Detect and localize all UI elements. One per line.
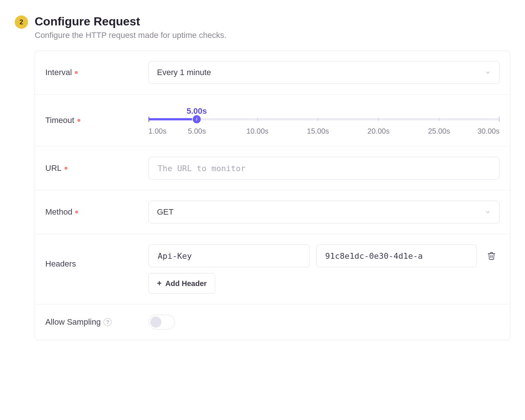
slider-tick-label: 15.00s — [307, 127, 329, 135]
header-name-input[interactable] — [157, 245, 301, 267]
method-select[interactable]: GET — [148, 201, 500, 223]
timeout-label: Timeout — [45, 116, 148, 125]
interval-value: Every 1 minute — [157, 68, 211, 77]
slider-tick-label: 1.00s — [148, 127, 167, 135]
plus-icon: + — [157, 279, 162, 287]
headers-label: Headers — [45, 244, 148, 269]
timeout-row: Timeout 5.00s 1.00s5.00s10.00s15.00s20.0… — [35, 95, 510, 147]
timeout-label-text: Timeout — [45, 116, 74, 125]
required-indicator-icon — [75, 211, 78, 213]
configure-request-panel: Interval Every 1 minute Timeout 5. — [35, 50, 510, 340]
required-indicator-icon — [75, 71, 78, 74]
slider-tick-icon — [439, 118, 440, 121]
slider-tick-icon — [196, 118, 197, 121]
slider-tick-labels: 1.00s5.00s10.00s15.00s20.00s25.00s30.00s — [148, 127, 500, 136]
slider-fill — [148, 118, 197, 120]
slider-tick-label: 10.00s — [246, 127, 269, 135]
step-header: 2 Configure Request Configure the HTTP r… — [15, 15, 510, 40]
allow-sampling-row: Allow Sampling ? — [35, 304, 510, 340]
url-label-text: URL — [45, 163, 62, 173]
allow-sampling-toggle[interactable] — [148, 315, 175, 329]
slider-track[interactable] — [148, 118, 500, 120]
slider-tick-label: 20.00s — [367, 127, 389, 135]
help-icon[interactable]: ? — [104, 318, 112, 326]
required-indicator-icon — [77, 119, 80, 122]
step-number-badge: 2 — [15, 15, 28, 29]
slider-tick-label: 30.00s — [477, 127, 500, 135]
method-row: Method GET — [35, 190, 510, 234]
header-value-input[interactable] — [325, 245, 469, 267]
section-subtitle: Configure the HTTP request made for upti… — [35, 31, 227, 40]
interval-select[interactable]: Every 1 minute — [148, 61, 500, 84]
method-label: Method — [45, 207, 148, 217]
chevron-down-icon — [484, 69, 491, 76]
allow-sampling-label: Allow Sampling ? — [45, 317, 148, 327]
add-header-button[interactable]: +Add Header — [148, 273, 215, 294]
delete-header-button[interactable] — [483, 248, 500, 264]
url-input-wrapper — [148, 157, 500, 180]
headers-row: Headers +Add Header — [35, 234, 510, 304]
interval-label-text: Interval — [45, 68, 72, 77]
url-row: URL — [35, 147, 510, 190]
trash-icon — [487, 251, 496, 260]
url-label: URL — [45, 163, 148, 173]
header-entry — [148, 244, 500, 267]
timeout-slider[interactable]: 5.00s 1.00s5.00s10.00s15.00s20.00s25.00s… — [148, 105, 500, 136]
headers-label-text: Headers — [45, 259, 76, 269]
interval-label: Interval — [45, 68, 148, 77]
header-name-wrapper — [148, 244, 309, 267]
required-indicator-icon — [64, 167, 67, 170]
method-label-text: Method — [45, 207, 72, 217]
method-value: GET — [157, 207, 174, 217]
slider-tick-icon — [257, 118, 258, 121]
slider-tick-icon — [318, 118, 318, 121]
interval-row: Interval Every 1 minute — [35, 51, 510, 95]
slider-end-cap-icon — [499, 117, 500, 122]
slider-tick-label: 5.00s — [188, 127, 206, 135]
toggle-knob — [150, 317, 161, 328]
add-header-label: Add Header — [165, 279, 207, 288]
url-input[interactable] — [157, 157, 491, 179]
timeout-current-value: 5.00s — [186, 106, 500, 116]
header-value-wrapper — [316, 244, 477, 267]
slider-tick-icon — [378, 118, 379, 121]
allow-sampling-label-text: Allow Sampling — [45, 317, 101, 327]
section-title: Configure Request — [35, 15, 227, 28]
chevron-down-icon — [484, 209, 491, 215]
slider-tick-label: 25.00s — [428, 127, 450, 135]
